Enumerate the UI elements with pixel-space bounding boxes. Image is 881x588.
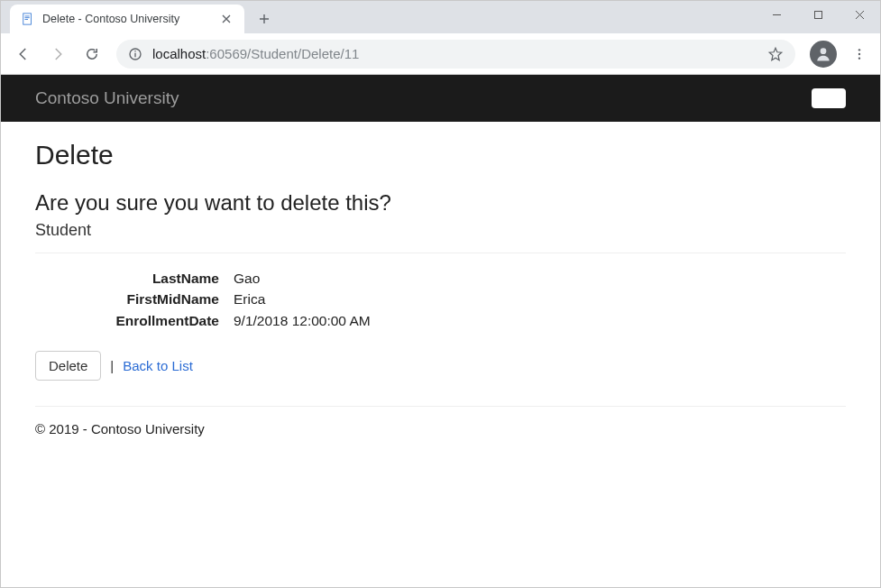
close-window-button[interactable] — [839, 1, 880, 28]
delete-button[interactable]: Delete — [35, 351, 101, 381]
back-button[interactable] — [8, 39, 39, 69]
page-title: Delete — [35, 140, 846, 170]
footer-text: © 2019 - Contoso University — [35, 421, 846, 436]
separator: | — [110, 358, 114, 373]
svg-rect-2 — [25, 17, 30, 18]
site-info-icon[interactable] — [127, 46, 143, 62]
navbar-toggle-button[interactable] — [812, 88, 846, 108]
svg-rect-6 — [134, 52, 135, 57]
divider — [35, 253, 846, 253]
url-path: :60569/Student/Delete/11 — [206, 46, 359, 61]
browser-toolbar: localhost:60569/Student/Delete/11 — [1, 33, 880, 75]
address-bar[interactable]: localhost:60569/Student/Delete/11 — [116, 40, 795, 69]
field-value: Gao — [234, 268, 846, 289]
detail-row: EnrollmentDate 9/1/2018 12:00:00 AM — [89, 310, 846, 331]
url-text: localhost:60569/Student/Delete/11 — [152, 46, 766, 61]
url-host: localhost — [152, 46, 206, 61]
footer-divider — [35, 406, 846, 407]
detail-row: LastName Gao — [89, 268, 846, 289]
window-controls — [756, 1, 880, 28]
detail-list: LastName Gao FirstMidName Erica Enrollme… — [89, 268, 846, 331]
browser-menu-icon[interactable] — [846, 41, 873, 68]
field-label: FirstMidName — [89, 289, 234, 309]
svg-point-9 — [858, 49, 860, 51]
field-label: EnrollmentDate — [89, 310, 234, 331]
title-bar: Delete - Contoso University — [1, 1, 880, 33]
field-value: 9/1/2018 12:00:00 AM — [234, 310, 846, 331]
site-navbar: Contoso University — [1, 75, 880, 122]
forward-button[interactable] — [42, 39, 73, 69]
svg-rect-3 — [25, 19, 29, 20]
browser-chrome: Delete - Contoso University — [1, 1, 880, 75]
svg-point-8 — [821, 48, 827, 54]
new-tab-button[interactable] — [252, 6, 277, 32]
svg-rect-4 — [814, 11, 821, 18]
svg-rect-7 — [134, 51, 135, 51]
reload-button[interactable] — [77, 39, 107, 69]
field-label: LastName — [89, 268, 234, 289]
maximize-button[interactable] — [797, 1, 839, 28]
tab-close-icon[interactable] — [219, 12, 234, 26]
confirm-question: Are you sure you want to delete this? — [35, 190, 846, 216]
navbar-brand[interactable]: Contoso University — [35, 88, 179, 108]
tab-title: Delete - Contoso University — [42, 13, 219, 25]
field-value: Erica — [234, 289, 846, 309]
svg-point-10 — [858, 52, 860, 54]
page-container: Delete Are you sure you want to delete t… — [1, 122, 880, 455]
page-favicon-icon — [21, 12, 35, 26]
back-to-list-link[interactable]: Back to List — [123, 358, 193, 373]
action-row: Delete | Back to List — [35, 351, 846, 381]
svg-rect-1 — [25, 16, 30, 17]
minimize-button[interactable] — [756, 1, 797, 28]
profile-avatar-icon[interactable] — [810, 41, 837, 68]
entity-name: Student — [35, 221, 846, 240]
bookmark-star-icon[interactable] — [766, 45, 785, 63]
detail-row: FirstMidName Erica — [89, 289, 846, 309]
svg-point-11 — [858, 57, 860, 59]
browser-tab[interactable]: Delete - Contoso University — [10, 5, 244, 33]
